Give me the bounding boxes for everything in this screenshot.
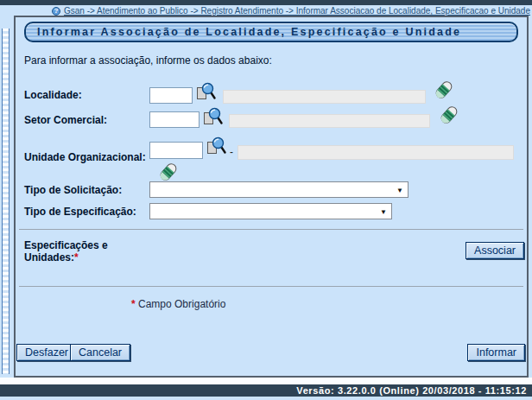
chevron-down-icon: ▼ [396,187,403,194]
unidade-separator: - [230,146,233,158]
especificacoes-unidades-label: Especificações e Unidades:* [24,239,121,263]
eraser-icon [440,105,459,125]
unidade-organizacional-label: Unidade Organizacional: [24,151,146,163]
page-title: Informar Associação de Localidade, Espec… [24,22,518,42]
unidade-organizacional-code-input[interactable] [149,142,203,159]
divider [19,286,523,287]
eraser-icon [434,79,453,100]
tipo-solicitacao-select[interactable]: ▼ [149,181,408,198]
intro-text: Para informar a associação, informe os d… [24,54,272,67]
eraser-icon [159,162,178,182]
setor-comercial-erase-icon[interactable] [440,105,459,125]
magnifier-icon [203,107,223,125]
breadcrumb-link[interactable]: Gsan -> Atendimento ao Publico -> Regist… [64,6,530,16]
cancelar-button[interactable]: Cancelar [70,344,130,361]
tipo-especificacao-label: Tipo de Especificação: [24,206,136,218]
magnifier-icon [206,137,226,155]
especificacoes-unidades-label-text: Especificações e Unidades: [24,239,108,263]
setor-comercial-label: Setor Comercial: [24,114,107,126]
bottom-gap [0,378,532,384]
unidade-organizacional-name-field [238,145,514,160]
localidade-name-field [223,90,426,104]
magnifier-icon [196,82,216,100]
tipo-solicitacao-label: Tipo de Solicitação: [24,184,122,196]
help-icon[interactable]: ? [52,7,60,16]
associar-button[interactable]: Associar [466,242,524,259]
required-asterisk: * [74,251,79,263]
localidade-code-input[interactable] [149,87,193,104]
informar-button[interactable]: Informar [467,344,525,361]
unidade-organizacional-search-icon[interactable] [206,137,226,155]
unidade-organizacional-erase-icon[interactable] [159,162,178,182]
main-panel: Informar Associação de Localidade, Espec… [14,16,529,378]
localidade-search-icon[interactable] [196,82,216,100]
required-asterisk: * [131,298,136,310]
localidade-erase-icon[interactable] [434,79,453,100]
version-text: Versão: 3.22.0.0 (Online) 20/03/2018 - 1… [296,385,527,396]
localidade-label: Localidade: [24,89,82,101]
setor-comercial-code-input[interactable] [149,111,200,128]
setor-comercial-name-field [229,114,430,128]
left-frame-border [2,29,10,374]
setor-comercial-search-icon[interactable] [203,107,223,125]
footer-bar: Versão: 3.22.0.0 (Online) 20/03/2018 - 1… [0,384,532,397]
chevron-down-icon: ▼ [380,208,387,216]
required-field-note: * Campo Obrigatório [131,298,225,310]
desfazer-button[interactable]: Desfazer [16,344,77,361]
divider [19,229,523,230]
tipo-especificacao-select[interactable]: ▼ [149,203,392,219]
required-note-text: Campo Obrigatório [138,298,225,310]
